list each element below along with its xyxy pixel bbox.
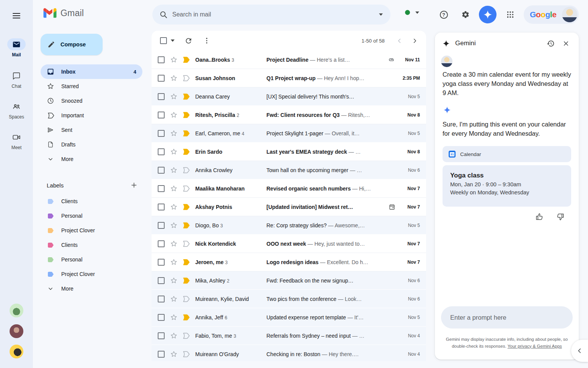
importance-marker[interactable] [182, 350, 190, 358]
label-item[interactable]: Personal [41, 209, 142, 223]
rail-item-mail[interactable]: Mail [0, 38, 33, 58]
email-row[interactable]: Diogo, Bo3 Re: Corp strategy slides? — A… [152, 216, 426, 235]
thumbs-down-button[interactable] [555, 211, 566, 222]
close-button[interactable] [558, 36, 573, 51]
importance-marker[interactable] [182, 56, 190, 64]
select-checkbox[interactable] [158, 296, 165, 302]
sidebar-item-sent[interactable]: Sent [41, 123, 142, 137]
google-account-pill[interactable]: Google [524, 5, 579, 24]
star-icon[interactable] [170, 130, 178, 137]
add-label-button[interactable] [130, 181, 138, 189]
importance-marker[interactable] [182, 240, 190, 248]
email-row[interactable]: Nick Kortendick OOO next week — Hey, jus… [152, 235, 426, 253]
sidebar-item-important[interactable]: Important [41, 108, 142, 123]
label-item[interactable]: Clients [41, 194, 142, 209]
select-checkbox[interactable] [158, 148, 165, 155]
star-icon[interactable] [170, 166, 178, 174]
apps-grid-button[interactable] [502, 7, 518, 23]
star-icon[interactable] [170, 148, 178, 156]
star-icon[interactable] [170, 111, 178, 119]
star-icon[interactable] [170, 185, 178, 192]
sidebar-item-drafts[interactable]: Drafts [41, 137, 142, 152]
help-button[interactable]: ? [436, 7, 452, 23]
star-icon[interactable] [170, 222, 178, 229]
newer-page-button[interactable] [392, 33, 407, 48]
rail-item-chat[interactable]: Chat [0, 70, 33, 89]
importance-marker[interactable] [182, 93, 190, 100]
prompt-input-container[interactable] [441, 306, 573, 329]
search-input[interactable] [172, 11, 379, 18]
select-checkbox[interactable] [158, 93, 165, 100]
importance-marker[interactable] [182, 185, 190, 192]
sidebar-item-inbox[interactable]: Inbox 4 [41, 64, 142, 79]
importance-marker[interactable] [182, 258, 190, 266]
importance-marker[interactable] [182, 295, 190, 303]
older-page-button[interactable] [407, 33, 422, 48]
calendar-source-chip[interactable]: 31 Calendar [443, 146, 571, 162]
star-icon[interactable] [170, 350, 178, 358]
email-row[interactable]: Muireann, Kylie, David Two pics from the… [152, 290, 426, 308]
select-checkbox[interactable] [158, 314, 165, 321]
importance-marker[interactable] [182, 222, 190, 229]
privacy-link[interactable]: Your privacy & Gemini Apps [508, 344, 562, 348]
importance-marker[interactable] [182, 277, 190, 284]
star-icon[interactable] [170, 314, 178, 321]
main-menu-button[interactable] [8, 8, 24, 24]
more-actions-button[interactable] [199, 33, 214, 48]
prompt-input[interactable] [450, 314, 561, 321]
importance-marker[interactable] [182, 74, 190, 82]
email-row[interactable]: Erin Sardo Last year's EMEA strategy dec… [152, 143, 426, 161]
email-row[interactable]: Maalika Manoharan Revised organic search… [152, 179, 426, 198]
select-checkbox[interactable] [158, 112, 165, 118]
email-row[interactable]: Jeroen, me3 Logo redesign ideas — Excell… [152, 253, 426, 271]
email-row[interactable]: Annika, Jeff6 Updated expense report tem… [152, 308, 426, 327]
select-checkbox[interactable] [158, 222, 165, 229]
search-bar[interactable] [152, 5, 390, 25]
importance-marker[interactable] [182, 314, 190, 321]
sidebar-item-starred[interactable]: Starred [41, 79, 142, 94]
star-icon[interactable] [170, 258, 178, 266]
calendar-event-card[interactable]: Yoga class Mon, Jan 20 · 9:00 – 9:30am W… [443, 165, 571, 207]
rail-item-meet[interactable]: Meet [0, 131, 33, 150]
star-icon[interactable] [170, 203, 178, 211]
label-item[interactable]: Project Clover [41, 223, 142, 238]
gemini-button[interactable] [479, 6, 497, 23]
select-checkbox[interactable] [158, 130, 165, 137]
select-checkbox[interactable] [158, 204, 165, 210]
importance-marker[interactable] [182, 203, 190, 211]
select-checkbox[interactable] [158, 75, 165, 82]
importance-marker[interactable] [182, 332, 190, 340]
star-icon[interactable] [170, 332, 178, 340]
labels-more[interactable]: More [41, 281, 142, 296]
search-button[interactable] [155, 6, 172, 23]
status-indicator[interactable] [405, 10, 419, 15]
contact-avatar[interactable] [10, 345, 23, 358]
thumbs-up-button[interactable] [534, 211, 544, 222]
select-checkbox[interactable] [158, 277, 165, 284]
search-options-icon[interactable] [379, 13, 383, 16]
select-checkbox[interactable] [158, 167, 165, 174]
select-checkbox[interactable] [158, 56, 165, 63]
email-row[interactable]: Muireann O'Grady Checking in re: Boston … [152, 345, 426, 361]
rail-item-spaces[interactable]: Spaces [0, 100, 33, 120]
star-icon[interactable] [170, 295, 178, 303]
history-button[interactable] [543, 36, 558, 51]
star-icon[interactable] [170, 93, 178, 100]
contact-avatar[interactable] [10, 324, 23, 338]
importance-marker[interactable] [182, 130, 190, 137]
select-checkbox[interactable] [158, 185, 165, 192]
importance-marker[interactable] [182, 148, 190, 156]
email-row[interactable]: Annika Crowley Town hall on the upcoming… [152, 161, 426, 179]
label-item[interactable]: Personal [41, 252, 142, 267]
importance-marker[interactable] [182, 111, 190, 119]
label-item[interactable]: Project Clover [41, 267, 142, 281]
importance-marker[interactable] [182, 166, 190, 174]
select-checkbox[interactable] [158, 351, 165, 358]
select-checkbox[interactable] [158, 240, 165, 247]
email-row[interactable]: Akshay Potnis [Updated invitation] Midwe… [152, 198, 426, 216]
sidebar-item-snoozed[interactable]: Snoozed [41, 94, 142, 108]
star-icon[interactable] [170, 277, 178, 284]
star-icon[interactable] [170, 74, 178, 82]
select-options-icon[interactable] [171, 39, 175, 42]
star-icon[interactable] [170, 56, 178, 64]
